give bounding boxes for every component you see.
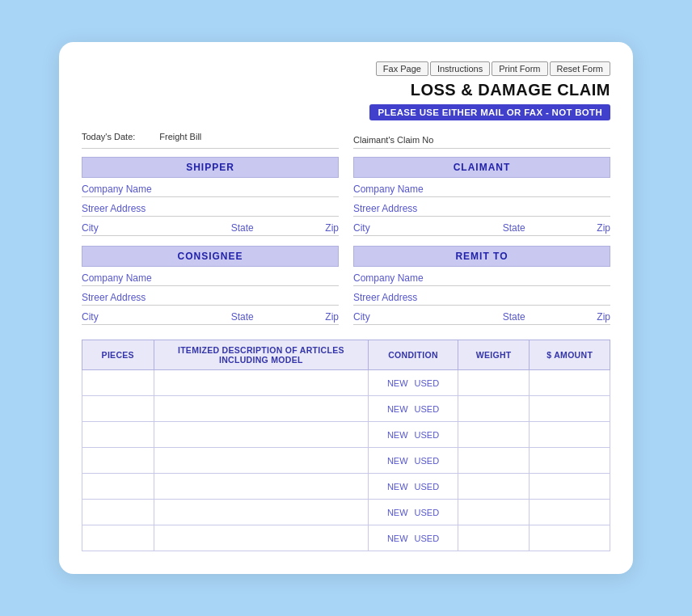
claimants-claim-no: Claimant's Claim No [353, 132, 610, 149]
cell-condition: NEWUSED [369, 500, 458, 525]
cell-description[interactable] [154, 396, 369, 422]
claimant-header: CLAIMANT [353, 157, 610, 178]
shipper-street-address: Streer Address [82, 197, 339, 217]
todays-date-label: Today's Date: [82, 132, 135, 146]
table-row: NEWUSED [82, 422, 610, 448]
consignee-city-row: City State Zip [82, 306, 339, 325]
remit-to-zip: Zip [546, 311, 611, 323]
consignee-remit-row: CONSIGNEE Company Name Streer Address Ci… [82, 246, 610, 328]
consignee-street-address: Streer Address [82, 286, 339, 306]
table-row: NEWUSED [82, 448, 610, 474]
remit-to-section: REMIT TO Company Name Streer Address Cit… [353, 246, 610, 325]
condition-option-new[interactable]: NEW [387, 378, 408, 388]
condition-option-used[interactable]: USED [415, 534, 440, 543]
form-title: LOSS & DAMAGE CLAIM [82, 81, 610, 99]
cell-description[interactable] [154, 525, 369, 551]
table-row: NEWUSED [82, 500, 610, 525]
cell-description[interactable] [154, 500, 369, 525]
cell-description[interactable] [154, 448, 369, 474]
condition-option-used[interactable]: USED [415, 482, 440, 492]
cell-condition: NEWUSED [369, 448, 458, 474]
remit-to-city: City [353, 311, 482, 323]
condition-option-new[interactable]: NEW [387, 430, 408, 440]
shipper-header: SHIPPER [82, 157, 339, 178]
claimant-street-address: Streer Address [353, 197, 610, 217]
cell-description[interactable] [154, 422, 369, 448]
cell-weight[interactable] [458, 500, 530, 525]
cell-pieces[interactable] [82, 448, 154, 474]
condition-option-new[interactable]: NEW [387, 456, 408, 466]
table-row: NEWUSED [82, 474, 610, 500]
cell-condition: NEWUSED [369, 396, 458, 422]
consignee-header: CONSIGNEE [82, 246, 339, 267]
shipper-city-row: City State Zip [82, 217, 339, 236]
shipper-zip: Zip [275, 222, 340, 234]
cell-pieces[interactable] [82, 525, 154, 551]
col-header-amount: $ AMOUNT [530, 340, 610, 370]
claimant-section: CLAIMANT Company Name Streer Address Cit… [353, 157, 610, 236]
consignee-zip: Zip [275, 311, 340, 323]
cell-amount[interactable] [530, 370, 610, 396]
claimants-claim-no-label: Claimant's Claim No [353, 135, 433, 145]
cell-pieces[interactable] [82, 500, 154, 525]
table-row: NEWUSED [82, 370, 610, 396]
cell-pieces[interactable] [82, 422, 154, 448]
condition-option-used[interactable]: USED [415, 456, 440, 466]
consignee-company-name: Company Name [82, 267, 339, 286]
remit-to-city-row: City State Zip [353, 306, 610, 325]
claimant-city-row: City State Zip [353, 217, 610, 236]
cell-condition: NEWUSED [369, 525, 458, 551]
cell-amount[interactable] [530, 525, 610, 551]
remit-to-state: State [482, 311, 546, 323]
shipper-section: SHIPPER Company Name Streer Address City… [82, 157, 339, 236]
condition-option-used[interactable]: USED [415, 378, 440, 388]
cell-pieces[interactable] [82, 396, 154, 422]
top-buttons: Fax Page Instructions Print Form Reset F… [82, 61, 610, 76]
shipper-company-name: Company Name [82, 178, 339, 197]
table-row: NEWUSED [82, 396, 610, 422]
cell-weight[interactable] [458, 422, 530, 448]
condition-option-new[interactable]: NEW [387, 534, 408, 543]
cell-condition: NEWUSED [369, 422, 458, 448]
claimant-company-name: Company Name [353, 178, 610, 197]
notice-bar: PLEASE USE EITHER MAIL OR FAX - NOT BOTH [369, 104, 610, 120]
remit-to-street-address: Streer Address [353, 286, 610, 306]
cell-condition: NEWUSED [369, 370, 458, 396]
reset-form-btn[interactable]: Reset Form [550, 61, 610, 76]
cell-amount[interactable] [530, 422, 610, 448]
consignee-state: State [210, 311, 275, 323]
cell-weight[interactable] [458, 370, 530, 396]
shipper-city: City [82, 222, 210, 234]
cell-description[interactable] [154, 474, 369, 500]
fax-page-btn[interactable]: Fax Page [376, 61, 428, 76]
cell-amount[interactable] [530, 500, 610, 525]
cell-amount[interactable] [530, 396, 610, 422]
instructions-btn[interactable]: Instructions [430, 61, 490, 76]
consignee-section: CONSIGNEE Company Name Streer Address Ci… [82, 246, 339, 325]
remit-to-header: REMIT TO [353, 246, 610, 267]
cell-weight[interactable] [458, 474, 530, 500]
condition-option-used[interactable]: USED [415, 404, 440, 414]
col-header-pieces: PIECES [82, 340, 154, 370]
cell-weight[interactable] [458, 396, 530, 422]
cell-pieces[interactable] [82, 370, 154, 396]
condition-option-new[interactable]: NEW [387, 482, 408, 492]
remit-to-company-name: Company Name [353, 267, 610, 286]
cell-amount[interactable] [530, 474, 610, 500]
condition-option-used[interactable]: USED [415, 430, 440, 440]
cell-weight[interactable] [458, 448, 530, 474]
condition-option-new[interactable]: NEW [387, 404, 408, 414]
cell-pieces[interactable] [82, 474, 154, 500]
cell-amount[interactable] [530, 448, 610, 474]
consignee-city: City [82, 311, 210, 323]
date-freight-row: Today's Date: Freight Bill Claimant's Cl… [82, 132, 610, 149]
cell-weight[interactable] [458, 525, 530, 551]
col-header-weight: WEIGHT [458, 340, 530, 370]
condition-option-new[interactable]: NEW [387, 508, 408, 517]
condition-option-used[interactable]: USED [415, 508, 440, 517]
shipper-claimant-row: SHIPPER Company Name Streer Address City… [82, 157, 610, 239]
print-form-btn[interactable]: Print Form [492, 61, 547, 76]
col-header-description: ITEMIZED DESCRIPTION OF ARTICLES INCLUDI… [154, 340, 369, 370]
cell-description[interactable] [154, 370, 369, 396]
freight-bill-label: Freight Bill [159, 132, 201, 146]
